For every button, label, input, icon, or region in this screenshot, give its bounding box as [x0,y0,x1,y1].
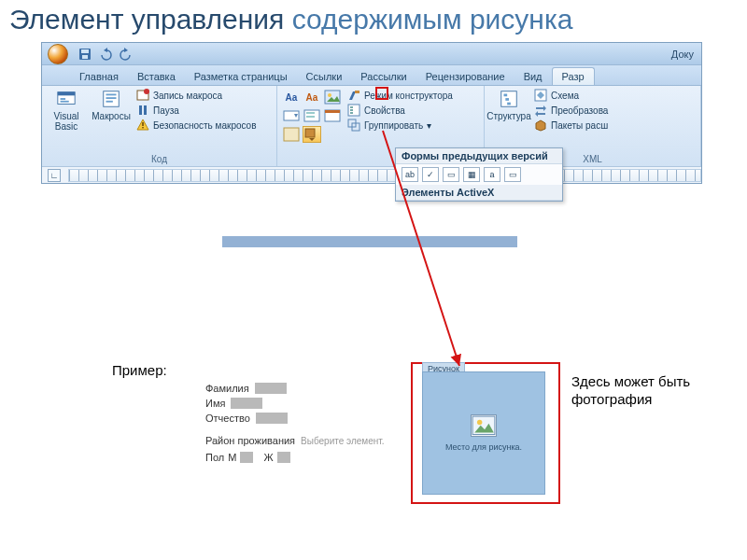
redo-icon[interactable] [119,47,134,62]
legacy-tools-dropdown: Формы предыдущих версий ab ✓ ▭ ▦ a ▭ Эле… [395,147,563,202]
legacy-forms-row: ab ✓ ▭ ▦ a ▭ [396,164,562,185]
annotation-text: Здесь может быть фотография [571,373,702,409]
document-header-bar [222,236,517,247]
schema-label: Схема [551,91,579,101]
tab-developer[interactable]: Разр [552,67,595,85]
svg-rect-29 [350,106,353,108]
legacy-dropdown-button[interactable]: ▭ [443,167,459,182]
properties-icon [347,104,360,117]
svg-point-18 [328,93,331,97]
visual-basic-label: Visual Basic [53,111,78,132]
svg-rect-5 [61,98,66,100]
field-lastname-input[interactable] [255,383,287,394]
combo-box-control-button[interactable] [282,107,301,124]
dropdown-section-activex: Элементы ActiveX [396,185,562,201]
legacy-tools-button[interactable] [303,126,321,143]
gender-m-checkbox[interactable] [240,452,253,463]
date-picker-control-button[interactable] [323,107,342,124]
field-lastname-row: Фамилия [205,383,385,394]
ribbon-tabs: Главная Вставка Разметка страницы Ссылки… [42,65,701,86]
design-mode-button[interactable]: Режим конструктора [347,89,453,102]
empty-cell [323,126,342,143]
macros-icon [101,89,121,109]
field-lastname-label: Фамилия [205,383,249,394]
save-icon[interactable] [78,47,92,62]
picture-placeholder-icon [471,414,497,437]
field-gender-row: Пол М Ж [205,452,385,463]
group-control-button[interactable]: Группировать ▾ [347,119,453,132]
field-patronymic-input[interactable] [256,413,288,424]
svg-rect-25 [284,128,299,141]
tab-insert[interactable]: Вставка [128,68,185,85]
record-macro-label: Запись макроса [153,91,222,101]
pause-icon [136,104,149,117]
expansion-packs-button[interactable]: Пакеты расш [534,119,608,132]
field-firstname-row: Имя [205,398,385,409]
picture-placeholder-text: Место для рисунка. [445,442,522,452]
legacy-text-field-button[interactable]: ab [402,167,418,182]
macros-label: Макросы [92,111,131,121]
undo-icon[interactable] [98,47,113,62]
schema-icon [534,89,547,102]
dropdown-list-control-button[interactable] [303,107,321,124]
field-firstname-label: Имя [205,398,225,409]
properties-label: Свойства [364,105,405,116]
visual-basic-icon [56,89,77,109]
tab-references[interactable]: Ссылки [297,68,352,85]
macro-security-button[interactable]: Безопасность макросов [136,119,257,132]
tab-home[interactable]: Главная [70,68,128,85]
package-icon [534,119,547,132]
controls-gallery: Aa Aa [282,89,342,143]
field-region-placeholder[interactable]: Выберите элемент. [301,436,384,446]
legacy-checkbox-button[interactable]: ✓ [422,167,439,182]
field-firstname-input[interactable] [231,398,262,409]
field-gender-label: Пол [205,452,224,463]
properties-button[interactable]: Свойства [347,104,453,117]
building-block-control-button[interactable] [282,126,301,143]
picture-content-control[interactable]: Место для рисунка. [422,371,545,495]
tab-view[interactable]: Вид [514,68,552,85]
schema-button[interactable]: Схема [534,89,608,102]
svg-rect-4 [58,92,75,96]
group-code: Visual Basic Макросы Запись макроса [42,86,277,166]
legacy-frame-button[interactable]: ▦ [463,167,480,182]
svg-rect-30 [350,109,353,111]
svg-rect-15 [142,122,143,126]
macros-button[interactable]: Макросы [92,89,131,121]
tab-review[interactable]: Рецензирование [416,68,514,85]
svg-rect-24 [325,110,340,113]
ruler-tab-selector[interactable]: ∟ [48,169,61,182]
rich-text-control-button[interactable]: Aa [282,89,301,105]
transforms-label: Преобразова [551,105,608,116]
svg-rect-10 [106,101,113,103]
svg-rect-26 [305,129,315,137]
svg-point-12 [144,89,149,94]
group-code-label: Код [47,153,272,165]
office-button[interactable] [48,44,68,64]
svg-rect-22 [306,116,315,118]
picture-control-button[interactable] [323,89,342,105]
gender-m-label: М [228,452,236,463]
record-macro-button[interactable]: Запись макроса [136,89,257,102]
pause-label: Пауза [153,105,179,116]
dropdown-section-legacy-forms: Формы предыдущих версий [396,148,562,164]
transforms-button[interactable]: Преобразова [534,104,608,117]
structure-icon [499,89,519,109]
gender-f-checkbox[interactable] [277,452,290,463]
visual-basic-button[interactable]: Visual Basic [47,89,86,132]
window-title-fragment: Доку [671,49,696,60]
packages-label: Пакеты расш [551,120,608,131]
svg-rect-6 [61,101,69,103]
legacy-reset-button[interactable]: ▭ [504,167,521,182]
svg-rect-1 [81,49,89,53]
structure-button[interactable]: Структура [489,89,529,121]
tab-mailings[interactable]: Рассылки [351,68,416,85]
field-region-row: Район проживания Выберите элемент. [205,435,385,446]
group-control-label: Группировать [364,120,423,131]
design-mode-label: Режим конструктора [364,91,453,101]
field-patronymic-row: Отчество [205,413,385,424]
legacy-shading-button[interactable]: a [484,167,500,182]
pause-recording-button[interactable]: Пауза [136,104,257,117]
tab-page-layout[interactable]: Разметка страницы [185,68,297,85]
plain-text-control-button[interactable]: Aa [303,89,321,105]
